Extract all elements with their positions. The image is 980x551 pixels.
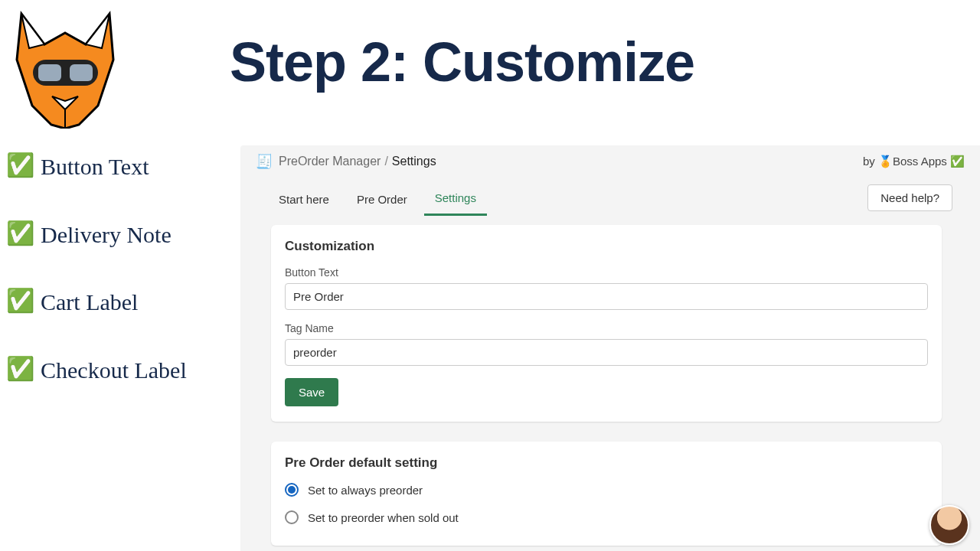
breadcrumb-author: by 🏅Boss Apps ✅ [863, 155, 965, 168]
radio-label: Set to always preorder [308, 484, 423, 497]
radio-label: Set to preorder when sold out [308, 511, 459, 524]
radio-icon [285, 483, 299, 497]
breadcrumb-current: Settings [392, 155, 436, 168]
support-avatar[interactable] [929, 505, 969, 545]
tab-start-here[interactable]: Start here [268, 185, 340, 215]
by-label: 🏅Boss Apps ✅ [878, 155, 965, 168]
card-title: Customization [285, 239, 928, 254]
check-icon: ✅ [6, 220, 34, 247]
breadcrumb-main[interactable]: PreOrder Manager [279, 155, 381, 168]
tag-name-input[interactable] [285, 339, 928, 366]
save-button[interactable]: Save [285, 378, 338, 406]
feature-label: Cart Label [41, 287, 138, 318]
tab-pre-order[interactable]: Pre Order [346, 185, 418, 215]
page-title: Step 2: Customize [230, 31, 694, 93]
by-prefix: by [863, 155, 878, 168]
feature-label: Delivery Note [41, 220, 172, 251]
feature-item: ✅ Delivery Note [6, 220, 228, 251]
button-text-input[interactable] [285, 283, 928, 310]
feature-label: Checkout Label [41, 355, 187, 386]
feature-item: ✅ Checkout Label [6, 355, 228, 386]
app-panel: 🧾 PreOrder Manager / Settings by 🏅Boss A… [240, 145, 980, 551]
feature-item: ✅ Cart Label [6, 287, 228, 318]
tab-settings[interactable]: Settings [424, 184, 487, 216]
radio-preorder-when-sold-out[interactable]: Set to preorder when sold out [285, 510, 928, 524]
customization-card: Customization Button Text Tag Name Save [271, 225, 942, 422]
app-icon: 🧾 [256, 153, 273, 170]
need-help-button[interactable]: Need help? [867, 184, 952, 211]
breadcrumb-separator: / [384, 155, 387, 168]
breadcrumb: 🧾 PreOrder Manager / Settings by 🏅Boss A… [240, 145, 980, 178]
feature-item: ✅ Button Text [6, 152, 228, 183]
button-text-label: Button Text [285, 266, 928, 279]
default-setting-card: Pre Order default setting Set to always … [271, 442, 942, 546]
svg-rect-1 [38, 64, 61, 81]
tag-name-label: Tag Name [285, 322, 928, 334]
feature-list: ✅ Button Text ✅ Delivery Note ✅ Cart Lab… [6, 152, 228, 386]
check-icon: ✅ [6, 152, 34, 179]
radio-icon [285, 510, 299, 524]
feature-label: Button Text [41, 152, 149, 183]
svg-rect-2 [70, 64, 93, 81]
check-icon: ✅ [6, 355, 34, 383]
tabs-bar: Start here Pre Order Settings Need help? [240, 178, 980, 216]
brand-logo [6, 6, 125, 129]
card-title: Pre Order default setting [285, 455, 928, 471]
radio-always-preorder[interactable]: Set to always preorder [285, 483, 928, 497]
check-icon: ✅ [6, 287, 34, 315]
